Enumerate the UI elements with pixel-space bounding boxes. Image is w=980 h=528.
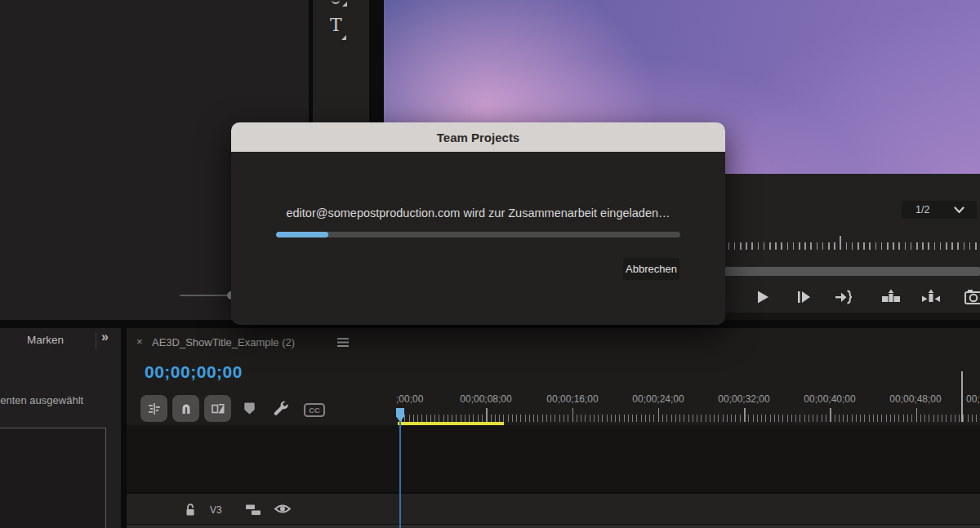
ruler-tick (959, 415, 960, 422)
captions-icon[interactable]: CC (304, 403, 325, 417)
track-header-row: V3 (127, 492, 980, 524)
playback-resolution-dropdown[interactable]: 1/2 (902, 201, 977, 219)
panel-menu-icon[interactable] (337, 338, 349, 347)
ruler-tick (430, 415, 431, 422)
playback-resolution-value: 1/2 (915, 204, 929, 215)
monitor-ruler-tick (810, 242, 812, 250)
ruler-tick (495, 415, 496, 422)
invite-progress-bar (276, 232, 680, 237)
monitor-ruler-tick (940, 242, 942, 250)
wrench-icon (271, 399, 291, 419)
team-projects-dialog: Team Projects editor@somepostproduction.… (231, 122, 725, 325)
zoom-slider-track[interactable] (180, 295, 229, 296)
ruler-tick (473, 415, 474, 422)
monitor-ruler-tick (775, 242, 777, 250)
sequence-end-marker (961, 371, 963, 422)
go-to-next-edit-button[interactable] (834, 288, 853, 308)
ruler-label: 00;00;32;00 (718, 393, 769, 405)
dialog-title: Team Projects (437, 131, 519, 144)
ruler-tick (723, 415, 724, 422)
monitor-ruler-tick (869, 242, 871, 250)
type-tool-button[interactable]: T (327, 15, 354, 42)
export-frame-camera-button[interactable] (964, 288, 980, 308)
monitor-ruler-tick (922, 242, 924, 250)
ruler-tick (452, 415, 452, 422)
timeline-ruler[interactable]: ;00;0000;00;08;0000;00;16;0000;00;24;000… (394, 392, 980, 424)
ruler-tick (907, 415, 908, 422)
ruler-tick (525, 415, 526, 422)
ruler-tick (499, 415, 500, 422)
ruler-tick (804, 415, 805, 422)
track-lock-toggle[interactable] (184, 503, 197, 517)
timeline-tab-title[interactable]: AE3D_ShowTitle_Example (2) (152, 336, 295, 348)
nest-insert-toggle-button[interactable] (140, 395, 167, 422)
monitor-ruler-tick (863, 242, 865, 250)
track-output-eye-icon[interactable] (274, 502, 292, 516)
ruler-tick (706, 415, 706, 422)
ruler-tick (602, 415, 603, 422)
marker-icon (243, 402, 256, 415)
ruler-label: 00;00;16;00 (546, 393, 598, 405)
ruler-tick (976, 415, 977, 422)
play-button[interactable] (754, 288, 773, 308)
timeline-settings-button[interactable] (271, 399, 291, 419)
linked-selection-toggle-button[interactable] (204, 395, 231, 422)
ruler-label: 00;00;48;00 (889, 393, 941, 405)
extract-button[interactable] (921, 288, 941, 308)
dialog-header[interactable]: Team Projects (231, 122, 725, 152)
ruler-tick (757, 415, 758, 422)
ruler-tick (911, 415, 912, 422)
ruler-label: 00;00;40;00 (804, 393, 855, 405)
timeline-horizontal-scrollbar[interactable] (127, 524, 980, 528)
ruler-tick (787, 415, 788, 422)
ruler-tick (658, 408, 660, 422)
selection-status-text: nenten ausgewählt (0, 394, 83, 406)
linked-selection-icon (210, 401, 226, 417)
monitor-ruler-tick (781, 242, 782, 250)
ruler-tick (590, 415, 590, 422)
lift-button[interactable] (881, 288, 901, 308)
ruler-tick (546, 415, 547, 422)
ruler-tick (938, 415, 938, 422)
ruler-tick (795, 415, 796, 422)
ruler-tick (653, 415, 654, 422)
monitor-ruler-tick (969, 242, 971, 250)
add-marker-button[interactable] (243, 402, 256, 415)
cancel-button[interactable]: Abbrechen (623, 258, 679, 280)
ruler-tick (550, 415, 551, 422)
monitor-ruler-tick (846, 242, 848, 250)
ruler-tick (456, 415, 457, 422)
monitor-ruler-tick (804, 242, 806, 250)
playhead-line (399, 421, 401, 528)
ruler-tick (877, 415, 878, 422)
ruler-tick (417, 415, 418, 422)
partial-tool-icon[interactable] (332, 0, 340, 4)
close-icon[interactable]: × (136, 335, 143, 348)
monitor-ruler-tick (822, 242, 824, 250)
monitor-ruler-tick (905, 242, 906, 250)
ruler-tick (924, 415, 925, 422)
timecode-display[interactable]: 00;00;00;00 (145, 362, 243, 382)
ruler-tick (461, 415, 461, 422)
ruler-tick (852, 415, 853, 422)
monitor-ruler-tick (764, 242, 765, 250)
ruler-tick (898, 415, 899, 422)
ruler-tick (594, 415, 595, 422)
ruler-tick (628, 415, 629, 422)
panel-overflow-chevron-icon[interactable]: » (101, 330, 107, 344)
ruler-tick (469, 415, 470, 422)
ruler-tick (520, 415, 521, 422)
sync-lock-icon[interactable] (245, 503, 261, 517)
ruler-tick (817, 415, 817, 422)
ruler-tick (662, 415, 663, 422)
ruler-tick (607, 415, 608, 422)
snap-toggle-button[interactable] (172, 395, 199, 422)
ruler-tick (864, 415, 865, 422)
magnet-icon (178, 401, 194, 417)
track-area[interactable] (127, 425, 980, 492)
step-forward-button[interactable] (795, 288, 814, 308)
ruler-tick (920, 415, 921, 422)
track-name-label[interactable]: V3 (210, 504, 222, 516)
monitor-ruler-tick (840, 236, 841, 250)
tab-markers[interactable]: Marken (27, 334, 64, 346)
